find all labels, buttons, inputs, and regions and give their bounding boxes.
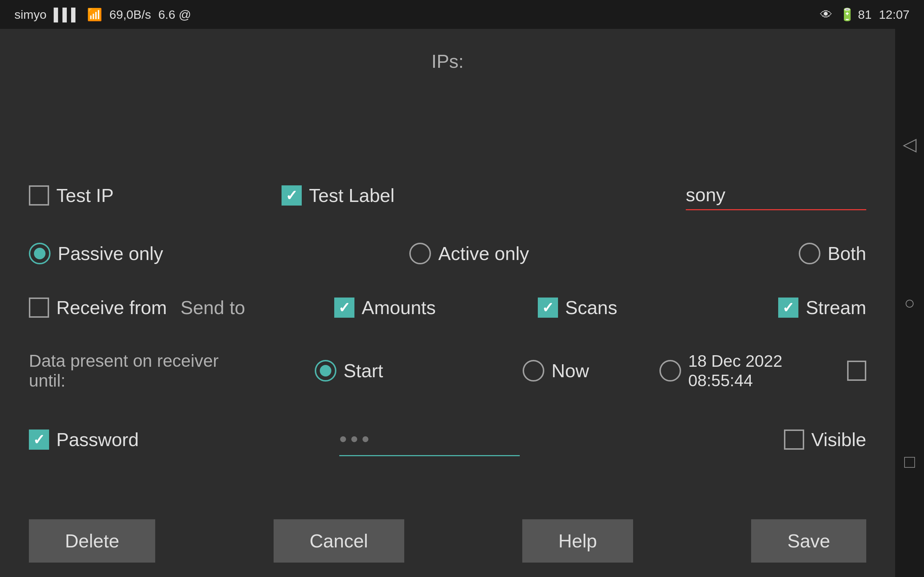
test-label-checkbox-container[interactable]: Test Label <box>281 185 534 206</box>
now-container: Now <box>452 360 659 382</box>
home-icon[interactable]: ○ <box>904 292 915 313</box>
visible-checkbox[interactable] <box>784 429 804 450</box>
date-label: 18 Dec 2022 08:55:44 <box>688 351 840 390</box>
label-input[interactable] <box>686 180 866 210</box>
test-ip-label: Test IP <box>56 185 114 206</box>
password-input-container <box>209 423 650 456</box>
password-checkbox-group[interactable]: Password <box>29 429 209 450</box>
active-only-container: Active only <box>253 243 686 264</box>
cancel-button[interactable]: Cancel <box>274 519 404 562</box>
test-label-container: Test Label <box>281 185 534 206</box>
receive-from-container: Receive from <box>29 297 181 318</box>
both-radio-container[interactable]: Both <box>799 243 866 264</box>
stream-label: Stream <box>806 297 866 318</box>
scans-checkbox-container[interactable]: Scans <box>538 297 617 318</box>
delete-button[interactable]: Delete <box>29 519 155 562</box>
battery-label: 🔋 81 <box>840 7 872 22</box>
amounts-checkbox[interactable] <box>334 298 354 318</box>
start-radio-container[interactable]: Start <box>315 360 383 382</box>
nav-bar: ◁ ○ □ <box>895 29 924 577</box>
test-ip-checkbox-container[interactable]: Test IP <box>29 185 281 206</box>
status-bar-right: 👁 🔋 81 12:07 <box>820 7 909 22</box>
button-row: Delete Cancel Help Save <box>0 519 895 577</box>
date-checkbox[interactable] <box>847 361 866 381</box>
row-receive: Receive from Send to Amounts Scans Strea… <box>29 297 866 318</box>
amounts-checkbox-container[interactable]: Amounts <box>334 297 436 318</box>
amounts-label: Amounts <box>362 297 436 318</box>
now-radio-container[interactable]: Now <box>523 360 589 382</box>
receive-from-label: Receive from <box>56 297 167 318</box>
eye-icon: 👁 <box>820 8 832 22</box>
status-bar-left: simyo ▌▌▌ 📶 69,0B/s 6.6 @ <box>15 7 191 22</box>
active-only-radio-container[interactable]: Active only <box>409 243 529 264</box>
active-only-label: Active only <box>438 243 529 264</box>
scans-checkbox[interactable] <box>538 298 558 318</box>
passive-only-radio-container[interactable]: Passive only <box>29 243 253 264</box>
signal-icon: ▌▌▌ <box>54 8 80 22</box>
now-label: Now <box>551 360 589 382</box>
start-radio[interactable] <box>315 360 336 382</box>
date-radio[interactable] <box>659 360 681 382</box>
row-radio: Passive only Active only Both <box>29 243 866 264</box>
row-test: Test IP Test Label <box>29 180 866 210</box>
send-to-label: Send to <box>181 297 245 318</box>
test-label-label: Test Label <box>309 185 394 206</box>
data-present-label: Data present on receiver until: <box>29 351 246 390</box>
password-input[interactable] <box>339 423 520 456</box>
carrier-label: simyo <box>15 8 47 22</box>
now-radio[interactable] <box>523 360 544 382</box>
visible-container: Visible <box>650 429 866 450</box>
back-icon[interactable]: ◁ <box>903 134 916 155</box>
stream-checkbox-container[interactable]: Stream <box>778 297 866 318</box>
scans-label: Scans <box>565 297 617 318</box>
receive-from-checkbox[interactable] <box>29 298 49 318</box>
row-data: Data present on receiver until: Start No… <box>29 351 866 390</box>
speed-label: 69,0B/s <box>109 8 151 22</box>
stream-container: Stream <box>674 297 866 318</box>
receive-from-checkbox-container[interactable]: Receive from <box>29 297 181 318</box>
start-container: Start <box>246 360 452 382</box>
visible-label: Visible <box>811 429 866 450</box>
row-password: Password Visible <box>29 423 866 456</box>
test-label-checkbox[interactable] <box>281 185 302 206</box>
password-checkbox-container: Password <box>29 429 209 450</box>
label-input-container <box>534 180 866 210</box>
date-radio-container[interactable]: 18 Dec 2022 08:55:44 <box>659 351 840 390</box>
both-radio[interactable] <box>799 243 821 264</box>
amounts-container: Amounts <box>289 297 481 318</box>
password-checkbox[interactable] <box>29 429 49 450</box>
passive-only-container: Passive only <box>29 243 253 264</box>
wifi-icon: 📶 <box>87 7 102 22</box>
main-content: IPs: Test IP Test Label Passive only <box>0 29 895 577</box>
passive-only-label: Passive only <box>58 243 163 264</box>
test-ip-checkbox[interactable] <box>29 185 49 206</box>
date-container: 18 Dec 2022 08:55:44 <box>659 351 866 390</box>
other-label: 6.6 @ <box>158 8 191 22</box>
stream-checkbox[interactable] <box>778 298 798 318</box>
status-bar: simyo ▌▌▌ 📶 69,0B/s 6.6 @ 👁 🔋 81 12:07 <box>0 0 924 29</box>
time-label: 12:07 <box>879 8 909 22</box>
both-container: Both <box>686 243 866 264</box>
send-to-container: Send to <box>181 297 289 318</box>
ips-label: IPs: <box>29 50 866 72</box>
help-button[interactable]: Help <box>522 519 633 562</box>
save-button[interactable]: Save <box>751 519 866 562</box>
passive-only-radio[interactable] <box>29 243 50 264</box>
start-label: Start <box>344 360 383 382</box>
both-label: Both <box>828 243 866 264</box>
test-ip-container: Test IP <box>29 185 281 206</box>
recents-icon[interactable]: □ <box>904 451 915 472</box>
scans-container: Scans <box>481 297 674 318</box>
active-only-radio[interactable] <box>409 243 431 264</box>
password-label: Password <box>56 429 139 450</box>
